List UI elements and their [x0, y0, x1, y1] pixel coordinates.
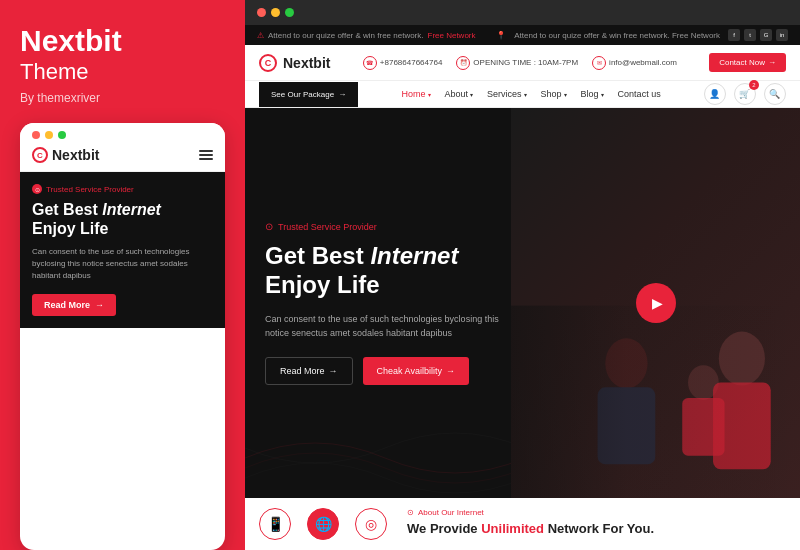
- play-icon: ▶: [652, 295, 663, 311]
- see-package-button[interactable]: See Our Package →: [259, 82, 358, 107]
- secondary-nav: See Our Package → Home ▾ About ▾ Service…: [245, 81, 800, 108]
- dot-red: [32, 131, 40, 139]
- package-arrow-icon: →: [338, 90, 346, 99]
- facebook-icon[interactable]: f: [728, 29, 740, 41]
- left-panel: Nextbit Theme By themexriver C Nextbit ⊙…: [0, 0, 245, 550]
- about-label: About Our Internet: [418, 508, 484, 517]
- bottom-headline-rest: Network For You.: [544, 521, 654, 536]
- arrow-icon: →: [95, 300, 104, 310]
- mobile-read-more-button[interactable]: Read More →: [32, 294, 116, 316]
- contact-now-button[interactable]: Contact Now →: [709, 53, 786, 72]
- home-label: Home: [402, 89, 426, 99]
- hero-headline: Get Best Internet Enjoy Life: [265, 242, 503, 300]
- instagram-icon[interactable]: in: [776, 29, 788, 41]
- hours-item: ⏰ OPENING TIME : 10AM-7PM: [456, 56, 578, 70]
- contact-label: Contact us: [618, 89, 661, 99]
- phone-item: ☎ +8768647664764: [363, 56, 443, 70]
- about-icon: ⊙: [407, 508, 414, 517]
- email-text: info@webmail.com: [609, 58, 677, 67]
- check-arrow-icon: →: [446, 366, 455, 376]
- logo-icon: C: [259, 54, 277, 72]
- mobile-desc: Can consent to the use of such technolog…: [32, 246, 213, 282]
- twitter-icon[interactable]: t: [744, 29, 756, 41]
- mobile-headline-part1: Get Best: [32, 201, 102, 218]
- mobile-trusted-badge: ⊙ Trusted Service Provider: [32, 184, 213, 194]
- nav-link-contact[interactable]: Contact us: [618, 81, 661, 107]
- mobile-read-more-label: Read More: [44, 300, 90, 310]
- hero-content: ⊙ Trusted Service Provider Get Best Inte…: [245, 221, 523, 384]
- email-icon: ✉: [592, 56, 606, 70]
- theme-title: Nextbit: [20, 24, 225, 57]
- topbar-right: 📍 Attend to our quize offer & win free n…: [496, 29, 788, 41]
- user-icon-button[interactable]: 👤: [704, 83, 726, 105]
- nav-link-blog[interactable]: Blog ▾: [581, 81, 604, 107]
- topbar-left-text: Attend to our quize offer & win free net…: [268, 31, 424, 40]
- topbar: ⚠ Attend to our quize offer & win free n…: [245, 25, 800, 45]
- pin-icon: ⊙: [265, 221, 273, 232]
- alert-icon: ⚠: [257, 31, 264, 40]
- nav-link-services[interactable]: Services ▾: [487, 81, 527, 107]
- blog-caret: ▾: [601, 91, 604, 98]
- home-caret: ▾: [428, 91, 431, 98]
- search-icon-button[interactable]: 🔍: [764, 83, 786, 105]
- about-badge: ⊙ About Our Internet: [407, 508, 786, 517]
- mobile-logo-icon: C: [32, 147, 48, 163]
- globe-icon: 🌐: [307, 508, 339, 540]
- hero-headline-italic: Internet: [370, 242, 458, 269]
- mobile-logo-text: Nextbit: [52, 147, 99, 163]
- phone-text: +8768647664764: [380, 58, 443, 67]
- nav-action-icons: 👤 🛒 2 🔍: [704, 83, 786, 105]
- hero-check-availability-button[interactable]: Cheak Availbility →: [363, 357, 469, 385]
- theme-subtitle: Theme: [20, 59, 225, 85]
- hamburger-menu[interactable]: [199, 150, 213, 160]
- globe-icon-wrap: 🌐: [307, 508, 339, 540]
- mobile-trusted-text: Trusted Service Provider: [46, 185, 134, 194]
- trusted-badge: ⊙ Trusted Service Provider: [265, 221, 503, 232]
- right-panel: ⚠ Attend to our quize offer & win free n…: [245, 0, 800, 550]
- shop-label: Shop: [541, 89, 562, 99]
- topbar-location-icon: 📍: [496, 31, 506, 40]
- play-button[interactable]: ▶: [636, 283, 676, 323]
- dot-green: [58, 131, 66, 139]
- nav-logo: C Nextbit: [259, 54, 330, 72]
- cart-badge: 2: [749, 80, 759, 90]
- blog-label: Blog: [581, 89, 599, 99]
- bottom-section: 📱 🌐 ◎ ⊙ About Our Internet We Provide Un…: [245, 498, 800, 550]
- svg-rect-6: [511, 306, 800, 498]
- mobile-badge-icon: ⊙: [32, 184, 42, 194]
- bottom-headline-text: We Provide: [407, 521, 481, 536]
- check-label: Cheak Availbility: [377, 366, 442, 376]
- nav-link-about[interactable]: About ▾: [445, 81, 474, 107]
- hero-read-more-button[interactable]: Read More →: [265, 357, 353, 385]
- nav-link-shop[interactable]: Shop ▾: [541, 81, 567, 107]
- arrow-right-icon: →: [768, 58, 776, 67]
- googleplus-icon[interactable]: G: [760, 29, 772, 41]
- topbar-right-text: Attend to our quize offer & win free net…: [514, 31, 720, 40]
- mobile-headline-italic: Internet: [102, 201, 161, 218]
- clock-icon: ⏰: [456, 56, 470, 70]
- contact-btn-label: Contact Now: [719, 58, 765, 67]
- logo-text: Nextbit: [283, 55, 330, 71]
- hero-section: ⊙ Trusted Service Provider Get Best Inte…: [245, 108, 800, 498]
- bottom-icons: 📱 🌐 ◎: [259, 508, 387, 540]
- mobile-titlebar: [20, 123, 225, 139]
- mobile-icon: 📱: [259, 508, 291, 540]
- nav-link-home[interactable]: Home ▾: [402, 81, 431, 107]
- read-more-label: Read More: [280, 366, 325, 376]
- dot-yellow: [45, 131, 53, 139]
- mobile-navbar: C Nextbit: [20, 139, 225, 172]
- topbar-link[interactable]: Free Network: [428, 31, 476, 40]
- social-icons: f t G in: [728, 29, 788, 41]
- package-btn-label: See Our Package: [271, 90, 334, 99]
- hero-description: Can consent to the use of such technolog…: [265, 312, 503, 341]
- main-nav: C Nextbit ☎ +8768647664764 ⏰ OPENING TIM…: [245, 45, 800, 81]
- mobile-preview: C Nextbit ⊙ Trusted Service Provider Get…: [20, 123, 225, 550]
- cart-icon-button[interactable]: 🛒 2: [734, 83, 756, 105]
- hero-headline-part2: Enjoy Life: [265, 271, 380, 298]
- phone-icon: ☎: [363, 56, 377, 70]
- hero-headline-part1: Get Best: [265, 242, 370, 269]
- browser-dot-red: [257, 8, 266, 17]
- read-more-arrow-icon: →: [329, 366, 338, 376]
- hero-image: ▶: [511, 108, 800, 498]
- mobile-logo: C Nextbit: [32, 147, 99, 163]
